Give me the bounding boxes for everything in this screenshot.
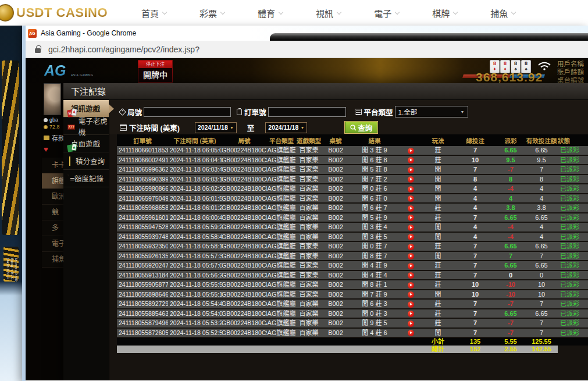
table-cell: AG旗艦廳 [267, 318, 296, 328]
coin-icon [0, 4, 14, 22]
total-row: 總計1522.55142.55 [117, 346, 588, 353]
sidebar-item-積分查詢[interactable]: 積分查詢 [63, 152, 109, 170]
replay-icon[interactable] [408, 157, 414, 163]
table-cell: GB00224B180CH [222, 251, 267, 261]
balance-row: 72.8 [44, 124, 60, 130]
table-cell: 閒 [422, 175, 454, 184]
platform-select[interactable]: 1.全部 ▼ [395, 106, 468, 117]
replay-icon[interactable] [408, 148, 414, 154]
replay-icon[interactable] [408, 215, 414, 221]
replay-icon[interactable] [408, 205, 414, 212]
url-text: gci.2hhapi.com/agingame/pcv2/index.jsp? [48, 45, 199, 54]
date-to-select[interactable]: 2024/11/18 ▼ [265, 122, 307, 133]
round-input[interactable] [144, 107, 231, 117]
table-row: 2411180559475282024-11-18 05:59:29GB0022… [117, 223, 588, 233]
table-row: 2411180659963622024-11-18 06:03:45GB0022… [117, 165, 588, 175]
table-cell: 閒 5 莊 9 [350, 213, 400, 223]
replay-icon[interactable] [408, 176, 414, 183]
window-titlebar[interactable]: AG Asia Gaming - Google Chrome [26, 26, 588, 41]
table-row: 2411180659686582024-11-18 06:01:20GB0022… [117, 204, 588, 213]
replay-icon[interactable] [408, 234, 414, 240]
nav-item[interactable]: 棋牌 [432, 7, 457, 19]
site-logo[interactable]: USDT CASINO [1, 4, 108, 22]
table-cell: 6.65 [496, 145, 525, 155]
table-cell: 百家樂 [296, 232, 322, 242]
table-cell: GB00224B180CN [222, 203, 267, 213]
table-cell: 7 [454, 213, 496, 223]
table-cell: 閒 4 莊 4 [350, 270, 400, 280]
game-status-box: 停止下注 開牌中 [138, 60, 173, 83]
replay-icon[interactable] [408, 225, 414, 231]
summary-cell: 152 [454, 346, 496, 353]
table-cell: B002 [322, 261, 350, 270]
table-cell: 百家樂 [296, 155, 322, 165]
replay-icon[interactable] [408, 195, 414, 202]
nav-item[interactable]: 視訊 [316, 7, 341, 19]
replay-cell [400, 318, 422, 328]
table-cell: GB00224B180C9 [222, 328, 267, 338]
table-cell: B002 [322, 175, 350, 184]
table-cell: -4 [496, 222, 525, 232]
replay-icon[interactable] [408, 272, 414, 279]
nav-item[interactable]: 捕魚 [490, 7, 515, 19]
table-cell: 4 [454, 203, 496, 213]
replay-icon[interactable] [408, 167, 414, 173]
replay-icon[interactable] [408, 244, 414, 250]
replay-icon[interactable] [408, 282, 414, 289]
table-cell: AG旗艦廳 [267, 175, 296, 184]
sidebar-item-電子老虎機[interactable]: 777電子老虎機 [63, 117, 109, 135]
replay-cell [400, 241, 422, 251]
nav-item-label: 彩票 [199, 7, 217, 19]
sidebar-item-視訊遊戲[interactable]: KA視訊遊戲 [63, 100, 109, 117]
sidebar-item-額度記錄[interactable]: 額度記錄 [63, 170, 109, 187]
search-button[interactable]: 查詢 [344, 121, 378, 134]
table-cell: 241118055885463 [117, 309, 168, 319]
summary-cell: 5.55 [496, 338, 525, 346]
table-cell: -10 [496, 290, 525, 300]
table-cell: B002 [322, 280, 350, 290]
replay-icon[interactable] [408, 291, 414, 298]
table-cell: 6.65 [496, 241, 525, 251]
table-cell: 閒 7 莊 2 [350, 175, 400, 184]
replay-icon[interactable] [408, 186, 414, 193]
replay-icon[interactable] [408, 301, 414, 308]
order-input[interactable] [268, 107, 346, 117]
account-info-label: 賬戶餘額 [557, 68, 584, 76]
replay-cell [400, 309, 422, 319]
gold-coins-artwork [2, 60, 19, 235]
table-cell: 莊 [422, 318, 454, 328]
replay-icon[interactable] [408, 311, 414, 317]
nav-item[interactable]: 首頁 [141, 7, 166, 19]
table-balance: 368,613.92 [476, 70, 543, 84]
replay-cell [400, 222, 422, 232]
calendar-icon [120, 124, 127, 131]
address-bar[interactable]: gci.2hhapi.com/agingame/pcv2/index.jsp? [26, 41, 588, 58]
table-row: 2411180559131842024-11-18 05:56:29GB0022… [117, 271, 588, 281]
table-cell: B002 [322, 270, 350, 280]
replay-icon[interactable] [408, 330, 414, 336]
replay-icon[interactable] [408, 253, 414, 259]
table-cell: 百家樂 [296, 251, 322, 261]
nav-item[interactable]: 體育 [258, 7, 283, 19]
date-from-select[interactable]: 2024/11/18 ▼ [195, 122, 237, 133]
table-cell: -7 [496, 165, 525, 175]
nav-item[interactable]: 彩票 [199, 7, 224, 19]
table-cell: 已派彩 [558, 261, 588, 270]
nav-item[interactable]: 電子 [374, 7, 399, 19]
table-cell: 10 [454, 290, 496, 300]
bet-time-label: 下注時間 (美東) [129, 122, 180, 133]
replay-icon[interactable] [408, 321, 414, 327]
deposit-button[interactable]: 存款 [44, 133, 65, 143]
sidebar-item-桌面遊戲[interactable]: ♣桌面遊戲 [63, 135, 109, 152]
table-cell: AG旗艦廳 [267, 203, 296, 213]
table-cell: GB00224B180CM [222, 213, 267, 223]
table-cell: 10 [525, 290, 558, 300]
replay-icon[interactable] [408, 263, 414, 269]
table-row: 2411180558854632024-11-18 05:54:02GB0022… [117, 309, 588, 319]
table-cell: AG旗艦廳 [267, 232, 296, 242]
table-cell: 莊 [422, 145, 454, 155]
card-value: 8 [514, 60, 517, 66]
table-cell: 241118055947528 [117, 222, 168, 232]
main-menu: 首頁彩票體育視訊電子棋牌捕魚 [141, 7, 515, 19]
nav-item-label: 棋牌 [432, 7, 450, 19]
